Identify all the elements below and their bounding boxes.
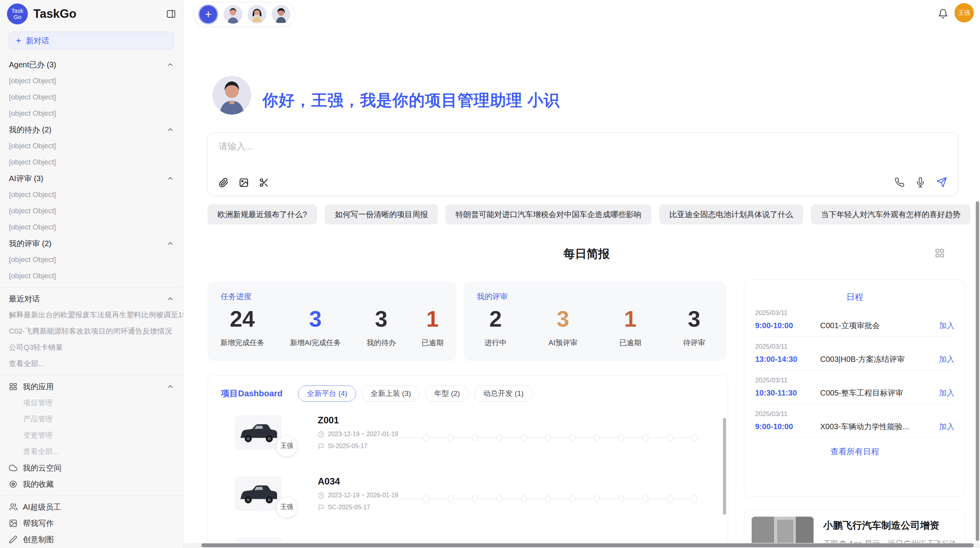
- chevron-up-icon[interactable]: [166, 383, 174, 390]
- recent-chat-item[interactable]: C02-飞腾新能源轻客改款项目的闭环通告反馈情况: [0, 323, 183, 339]
- app-item[interactable]: 变更管理: [0, 427, 183, 444]
- sidebar-item-help-write[interactable]: 帮我写作: [0, 515, 183, 531]
- join-link[interactable]: 加入: [939, 421, 954, 432]
- users-icon: [9, 503, 17, 511]
- sidebar-item-creative-draw[interactable]: 创意制图: [0, 531, 183, 548]
- stat-column: 3 我的待办: [367, 306, 396, 348]
- milestone[interactable]: [633, 481, 658, 506]
- suggestion-chip[interactable]: 当下年轻人对汽车外观有怎样的喜好趋势: [811, 204, 970, 224]
- join-link[interactable]: 加入: [939, 354, 954, 365]
- chevron-up-icon[interactable]: [166, 61, 174, 68]
- list-item[interactable]: [object Object]: [0, 252, 183, 268]
- recent-header[interactable]: 最近对话: [0, 291, 183, 307]
- milestone[interactable]: [438, 420, 463, 445]
- new-chat-button[interactable]: + 新对话: [9, 32, 174, 50]
- chevron-up-icon[interactable]: [166, 240, 174, 247]
- milestone[interactable]: [511, 481, 536, 506]
- sidebar-item-my-apps[interactable]: 我的应用: [0, 378, 183, 395]
- milestone[interactable]: [463, 420, 487, 445]
- sidebar-item-cloud[interactable]: 我的云空间: [0, 460, 183, 476]
- dashboard-tab[interactable]: 动总开发 (1): [474, 385, 533, 402]
- milestone-line: [597, 437, 621, 438]
- sidebar-item-favorites[interactable]: 我的收藏: [0, 476, 183, 492]
- list-item[interactable]: [object Object]: [0, 105, 183, 122]
- milestone[interactable]: [438, 481, 463, 506]
- milestone[interactable]: [560, 420, 584, 445]
- horizontal-scrollbar-thumb[interactable]: [201, 543, 974, 547]
- list-item[interactable]: [object Object]: [0, 154, 183, 170]
- dashboard-tab[interactable]: 年型 (2): [425, 385, 469, 402]
- milestone[interactable]: [658, 420, 682, 445]
- chevron-up-icon[interactable]: [166, 175, 174, 182]
- chat-input[interactable]: [219, 141, 838, 152]
- milestone[interactable]: [536, 481, 560, 506]
- app-item[interactable]: 查看全部...: [0, 444, 183, 460]
- dashboard-scrollbar[interactable]: [723, 418, 726, 515]
- add-agent-button[interactable]: +: [198, 4, 218, 24]
- section-header[interactable]: AI评审 (3): [0, 170, 183, 187]
- list-item[interactable]: [object Object]: [0, 203, 183, 219]
- milestone[interactable]: [682, 481, 706, 506]
- milestone[interactable]: [560, 481, 584, 506]
- milestone[interactable]: [584, 481, 609, 506]
- agent-avatar-3[interactable]: [272, 5, 290, 24]
- section-header[interactable]: Agent已办 (3): [0, 57, 183, 73]
- news-card[interactable]: 小鹏飞行汽车制造公司增资 天眼查 App 显示，近日广州汇天飞行汽...: [744, 509, 966, 548]
- milestone[interactable]: [414, 420, 438, 445]
- dashboard-tab[interactable]: 全新平台 (4): [298, 385, 356, 402]
- chevron-up-icon[interactable]: [166, 295, 174, 303]
- recent-view-all[interactable]: 查看全部...: [0, 356, 183, 372]
- milestone[interactable]: [463, 481, 487, 506]
- join-link[interactable]: 加入: [939, 388, 954, 398]
- milestone[interactable]: [414, 481, 438, 506]
- grid-icon[interactable]: [935, 248, 945, 258]
- agent-avatar-1[interactable]: [224, 5, 242, 24]
- milestone[interactable]: [609, 420, 633, 445]
- chevron-up-icon[interactable]: [166, 126, 174, 134]
- list-item[interactable]: [object Object]: [0, 138, 183, 154]
- app-item[interactable]: 产品管理: [0, 411, 183, 427]
- sidebar-collapse-icon[interactable]: [166, 9, 176, 19]
- suggestion-chip[interactable]: 欧洲新规最近颁布了什么?: [207, 204, 317, 224]
- scissors-icon[interactable]: [259, 178, 269, 188]
- mic-icon[interactable]: [915, 177, 925, 187]
- project-row[interactable]: 王强 A034 2023-12-19 ~ 2026-01-19 SC-2025-…: [208, 463, 728, 524]
- list-item[interactable]: [object Object]: [0, 187, 183, 203]
- join-link[interactable]: 加入: [939, 320, 954, 331]
- view-all-schedule-link[interactable]: 查看所有日程: [755, 446, 954, 457]
- agent-avatar-2[interactable]: [248, 5, 266, 24]
- milestone[interactable]: [487, 481, 511, 506]
- milestone[interactable]: [633, 420, 658, 445]
- milestone[interactable]: [609, 481, 633, 506]
- dashboard-tab[interactable]: 全新上装 (3): [362, 385, 420, 402]
- bell-icon[interactable]: [938, 9, 948, 19]
- vertical-scrollbar-thumb[interactable]: [976, 201, 979, 541]
- app-item[interactable]: 项目管理: [0, 395, 183, 411]
- milestone[interactable]: [511, 420, 536, 445]
- image-icon[interactable]: [239, 178, 249, 188]
- list-item[interactable]: [object Object]: [0, 89, 183, 105]
- recent-chat-item[interactable]: 公司Q3轻卡销量: [0, 339, 183, 356]
- suggestion-chip[interactable]: 特朗普可能对进口汽车增税会对中国车企造成哪些影响: [445, 204, 651, 224]
- suggestion-chip[interactable]: 如何写一份清晰的项目周报: [325, 204, 438, 224]
- section-header[interactable]: 我的待办 (2): [0, 122, 183, 138]
- phone-icon[interactable]: [894, 177, 905, 187]
- milestone[interactable]: [682, 420, 706, 445]
- milestone[interactable]: [487, 420, 511, 445]
- user-avatar[interactable]: 王强: [954, 3, 974, 22]
- send-icon[interactable]: [936, 177, 947, 188]
- list-item[interactable]: [object Object]: [0, 268, 183, 284]
- paperclip-icon[interactable]: [219, 178, 229, 188]
- project-row[interactable]: 王强 Z001 2023-12-19 ~ 2027-01-19 SI-2025-…: [208, 402, 728, 463]
- milestone[interactable]: [658, 481, 682, 506]
- milestone-dot-area: [463, 493, 487, 506]
- section-header[interactable]: 我的评审 (2): [0, 235, 183, 252]
- sidebar-item-ai-staff[interactable]: AI超级员工: [0, 499, 183, 515]
- recent-chat-item[interactable]: 解释最新出台的欧盟报废车法规再生塑料比例被调至15%...: [0, 307, 183, 323]
- list-item[interactable]: [object Object]: [0, 73, 183, 89]
- milestone[interactable]: [584, 420, 609, 445]
- milestone-dot: [496, 495, 502, 503]
- milestone[interactable]: [536, 420, 560, 445]
- list-item[interactable]: [object Object]: [0, 219, 183, 235]
- suggestion-chip[interactable]: 比亚迪全固态电池计划具体说了什么: [659, 204, 803, 224]
